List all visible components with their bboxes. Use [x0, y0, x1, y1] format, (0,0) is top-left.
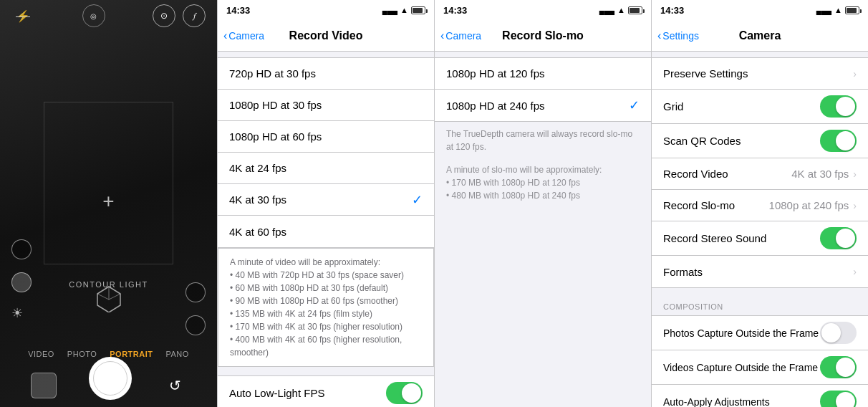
photos-outside-label: Photos Capture Outside the Frame: [663, 327, 820, 339]
back-label-3: Settings: [662, 30, 699, 42]
option-label-1080p-120: 1080p HD at 120 fps: [446, 67, 640, 80]
scan-qr-label: Scan QR Codes: [663, 135, 820, 147]
status-bar-2: 14:33 ▄▄▄ ▲: [435, 0, 651, 20]
auto-low-light-label: Auto Low-Light FPS: [229, 387, 386, 399]
formats-chevron: ›: [853, 266, 857, 277]
video-options-list: 720p HD at 30 fps 1080p HD at 30 fps 108…: [218, 57, 434, 248]
option-1080p-60[interactable]: 1080p HD at 60 fps: [218, 121, 434, 153]
camera-right-controls: [185, 282, 206, 335]
record-video-chevron: ›: [853, 168, 857, 180]
back-label-2: Camera: [445, 30, 481, 42]
composition-header: COMPOSITION: [652, 302, 868, 315]
option-1080p-30[interactable]: 1080p HD at 30 fps: [218, 90, 434, 121]
composition-list: Photos Capture Outside the Frame Videos …: [652, 315, 868, 407]
flip-camera-button[interactable]: ↺: [164, 374, 187, 397]
photo-thumbnail[interactable]: [31, 373, 57, 398]
truedepth-info: The TrueDepth camera will always record …: [435, 122, 651, 162]
nav-title-1: Record Video: [289, 29, 363, 42]
formats-row[interactable]: Formats ›: [652, 256, 868, 287]
record-slomo-scroll[interactable]: 1080p HD at 120 fps 1080p HD at 240 fps …: [435, 52, 651, 407]
grid-toggle[interactable]: [820, 95, 857, 118]
record-video-row[interactable]: Record Video 4K at 30 fps ›: [652, 158, 868, 190]
back-button-2[interactable]: ‹ Camera: [440, 29, 481, 42]
option-4k-24[interactable]: 4K at 24 fps: [218, 153, 434, 184]
formats-label: Formats: [663, 266, 853, 278]
camera-settings-scroll[interactable]: Preserve Settings › Grid Scan QR Codes R…: [652, 52, 868, 407]
status-bar-3: 14:33 ▄▄▄ ▲: [652, 0, 868, 20]
battery-icon-3: [845, 6, 859, 14]
signal-icon-3: ▄▄▄: [816, 6, 831, 14]
battery-icon-2: [628, 6, 642, 14]
mode-video[interactable]: VIDEO: [28, 350, 54, 358]
option-720p-30[interactable]: 720p HD at 30 fps: [218, 58, 434, 90]
camera-timer-button[interactable]: ⊙: [153, 4, 175, 27]
videos-outside-row[interactable]: Videos Capture Outside the Frame: [652, 350, 868, 385]
videos-outside-toggle[interactable]: [820, 356, 857, 378]
option-1080p-120[interactable]: 1080p HD at 120 fps: [435, 58, 651, 90]
lens-option-3[interactable]: [185, 282, 206, 302]
status-time-2: 14:33: [443, 5, 467, 16]
main-settings-list: Preserve Settings › Grid Scan QR Codes R…: [652, 57, 868, 288]
flash-button[interactable]: ⚡: [11, 4, 34, 27]
record-slomo-value: 1080p at 240 fps: [769, 199, 849, 211]
svg-line-2: [97, 294, 109, 300]
preserve-settings-row[interactable]: Preserve Settings ›: [652, 58, 868, 90]
back-button-1[interactable]: ‹ Camera: [223, 29, 264, 42]
option-4k-60[interactable]: 4K at 60 fps: [218, 216, 434, 247]
record-stereo-row[interactable]: Record Stereo Sound: [652, 221, 868, 256]
option-1080p-240[interactable]: 1080p HD at 240 fps ✓: [435, 90, 651, 121]
lens-option-1[interactable]: [11, 239, 32, 259]
status-bar-1: 14:33 ▄▄▄ ▲: [218, 0, 434, 20]
shutter-button[interactable]: [89, 357, 132, 400]
record-stereo-toggle[interactable]: [820, 227, 857, 249]
grid-label: Grid: [663, 100, 820, 112]
record-video-scroll[interactable]: 720p HD at 30 fps 1080p HD at 30 fps 108…: [218, 52, 434, 407]
slomo-size-info: A minute of slo-mo will be approximately…: [435, 162, 651, 211]
back-chevron-3: ‹: [657, 29, 661, 42]
focus-rectangle: [44, 102, 174, 264]
battery-icon-1: [411, 6, 425, 14]
slomo-size-desc: A minute of slo-mo will be approximately…: [446, 163, 640, 202]
camera-bottom-bar: ↺: [0, 364, 217, 407]
wifi-icon-1: ▲: [400, 6, 408, 14]
photos-outside-row[interactable]: Photos Capture Outside the Frame: [652, 316, 868, 350]
auto-low-light-list: Auto Low-Light FPS: [218, 375, 434, 407]
mode-photo[interactable]: PHOTO: [67, 350, 97, 358]
nav-bar-2: ‹ Camera Record Slo-mo: [435, 20, 651, 52]
option-label-4k-24: 4K at 24 fps: [229, 162, 423, 174]
lens-option-2[interactable]: [11, 272, 32, 292]
grid-row[interactable]: Grid: [652, 90, 868, 124]
scan-qr-row[interactable]: Scan QR Codes: [652, 124, 868, 158]
camera-filters-button[interactable]: 𝑓: [183, 4, 206, 27]
auto-apply-label: Auto-Apply Adjustments: [663, 396, 820, 408]
status-icons-3: ▄▄▄ ▲: [816, 6, 859, 14]
option-label-1080p-240: 1080p HD at 240 fps: [446, 100, 629, 112]
status-icons-2: ▄▄▄ ▲: [599, 6, 642, 14]
nav-bar-1: ‹ Camera Record Video: [218, 20, 434, 52]
photos-outside-toggle[interactable]: [820, 322, 857, 344]
record-slomo-label: Record Slo-mo: [663, 199, 769, 211]
back-button-3[interactable]: ‹ Settings: [657, 29, 699, 42]
nav-title-3: Camera: [739, 29, 781, 42]
video-size-desc: A minute of video will be approximately:…: [230, 256, 422, 359]
mode-pano[interactable]: PANO: [166, 350, 189, 358]
lens-option-4[interactable]: [185, 315, 206, 335]
camera-left-controls: ☀: [11, 239, 32, 321]
auto-apply-row[interactable]: Auto-Apply Adjustments: [652, 385, 868, 407]
record-slomo-chevron: ›: [853, 200, 857, 211]
check-1080p-240: ✓: [629, 97, 640, 113]
preserve-settings-chevron: ›: [853, 68, 857, 80]
videos-outside-label: Videos Capture Outside the Frame: [663, 362, 820, 373]
record-stereo-label: Record Stereo Sound: [663, 232, 820, 244]
option-label-4k-30: 4K at 30 fps: [229, 193, 412, 206]
live-photo-button[interactable]: ◎: [82, 4, 105, 27]
auto-low-light-toggle[interactable]: [386, 382, 423, 404]
truedepth-desc: The TrueDepth camera will always record …: [446, 128, 640, 153]
auto-low-light-row[interactable]: Auto Low-Light FPS: [218, 376, 434, 407]
option-4k-30[interactable]: 4K at 30 fps ✓: [218, 184, 434, 216]
auto-apply-toggle[interactable]: [820, 391, 857, 407]
scan-qr-toggle[interactable]: [820, 130, 857, 152]
brightness-icon[interactable]: ☀: [11, 305, 32, 321]
status-icons-1: ▄▄▄ ▲: [382, 6, 425, 14]
record-slomo-row[interactable]: Record Slo-mo 1080p at 240 fps ›: [652, 190, 868, 221]
